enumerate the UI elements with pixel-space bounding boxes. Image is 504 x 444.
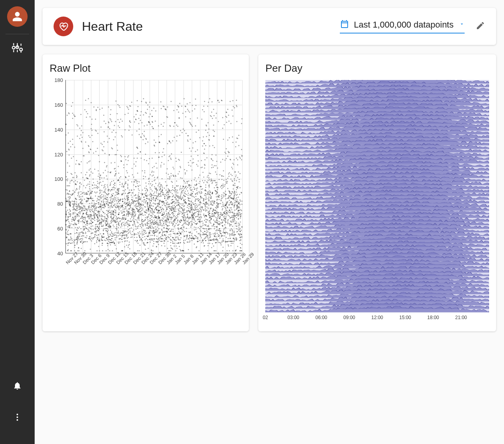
heart-rate-icon: [54, 17, 73, 36]
x-tick: 12:00: [371, 315, 383, 320]
avatar[interactable]: [7, 6, 28, 27]
range-label: Last 1,000,000 datapoints: [354, 20, 454, 30]
panels: Raw Plot 406080100120140160180 Nov 27Nov…: [43, 54, 496, 331]
x-tick: 02: [263, 315, 268, 320]
more-icon[interactable]: [13, 412, 22, 424]
y-tick: 120: [54, 151, 63, 157]
raw-plot-panel: Raw Plot 406080100120140160180 Nov 27Nov…: [43, 54, 249, 331]
y-tick: 140: [54, 126, 63, 132]
notifications-icon[interactable]: [13, 381, 22, 392]
range-select[interactable]: Last 1,000,000 datapoints: [340, 19, 465, 33]
y-tick: 40: [57, 251, 63, 256]
page-title: Heart Rate: [82, 19, 143, 34]
sidebar: [0, 0, 35, 444]
header-card: Heart Rate Last 1,000,000 datapoints: [43, 8, 496, 45]
y-tick: 180: [54, 77, 63, 83]
y-tick: 160: [54, 102, 63, 108]
svg-point-1: [17, 416, 18, 418]
y-tick: 100: [54, 176, 63, 182]
raw-scatter[interactable]: 406080100120140160180 Nov 27Nov 30Dec 3D…: [50, 80, 242, 269]
x-tick: 18:00: [427, 315, 439, 320]
per-day-title: Per Day: [265, 62, 489, 74]
x-tick: 06:00: [315, 315, 327, 320]
svg-point-2: [17, 419, 18, 421]
svg-point-0: [17, 414, 18, 415]
per-day-panel: Per Day 0203:0006:0009:0012:0015:0018:00…: [258, 54, 496, 331]
x-tick: 09:00: [343, 315, 355, 320]
x-tick: 15:00: [399, 315, 411, 320]
y-tick: 80: [57, 201, 63, 207]
calendar-icon: [340, 19, 349, 30]
x-tick: 03:00: [287, 315, 299, 320]
edit-button[interactable]: [476, 21, 485, 32]
settings-icon[interactable]: [12, 42, 23, 55]
sidebar-divider: [6, 34, 29, 34]
y-tick: 60: [57, 226, 63, 232]
chevron-down-icon: [459, 21, 465, 28]
raw-plot-title: Raw Plot: [50, 62, 242, 74]
per-day-ridgeline[interactable]: 0203:0006:0009:0012:0015:0018:0021:00: [265, 80, 489, 324]
main: Heart Rate Last 1,000,000 datapoints Raw…: [35, 0, 504, 444]
x-tick: 21:00: [455, 315, 467, 320]
